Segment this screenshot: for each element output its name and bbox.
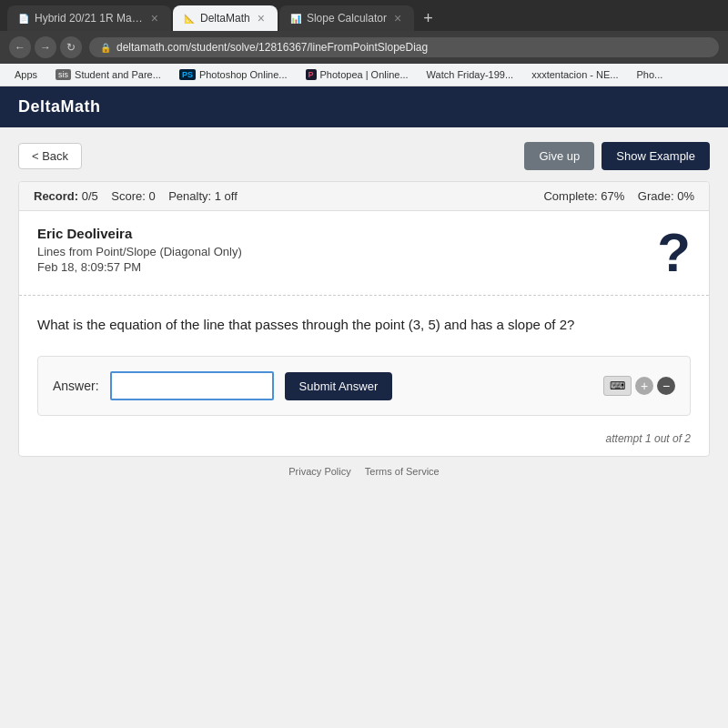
attempt-text: attempt 1 out of 2: [606, 432, 691, 445]
grade-label: Grade:: [638, 189, 674, 203]
tab-slope-close[interactable]: ×: [392, 11, 403, 25]
bookmark-watch[interactable]: Watch Friday-199...: [420, 67, 521, 82]
problem-header: Eric Deoliveira Lines from Point/Slope (…: [19, 211, 709, 296]
nav-buttons: ← → ↻: [9, 36, 82, 58]
bookmark-xxx-label: xxxtentacion - NE...: [531, 69, 618, 80]
problem-date: Feb 18, 8:09:57 PM: [37, 260, 242, 274]
show-example-button[interactable]: Show Example: [602, 142, 710, 170]
bookmark-pho[interactable]: Pho...: [630, 67, 671, 82]
back-nav-button[interactable]: ←: [9, 36, 31, 58]
bookmark-photopea[interactable]: P Photopea | Online...: [298, 67, 416, 82]
question-content: What is the equation of the line that pa…: [37, 317, 574, 332]
page-content: DeltaMath < Back Give up Show Example Re…: [0, 86, 728, 728]
tab-deltamath-favicon: 📐: [184, 14, 195, 24]
refresh-button[interactable]: ↻: [60, 36, 82, 58]
question-mark-icon: ?: [657, 226, 691, 280]
browser-chrome: 📄 Hybrid 20/21 1R Math 8 × 📐 DeltaMath ×…: [0, 0, 728, 86]
penalty-value: 1 off: [215, 189, 238, 203]
score-value: 0: [148, 189, 155, 203]
tab-slope-calc[interactable]: 📊 Slope Calculator ×: [279, 5, 414, 31]
tab-slope-title: Slope Calculator: [307, 12, 387, 25]
bookmarks-bar: Apps sis Student and Pare... PS Photosho…: [0, 64, 728, 86]
bookmark-photopea-badge: P: [306, 69, 317, 80]
complete-label: Complete:: [543, 189, 597, 203]
tab-hybrid-close[interactable]: ×: [149, 11, 160, 25]
record-value: 0/5: [82, 189, 98, 203]
forward-nav-button[interactable]: →: [35, 36, 56, 58]
record-right: Complete: 67% Grade: 0%: [543, 189, 694, 203]
main-content: < Back Give up Show Example Record: 0/5 …: [0, 127, 728, 728]
zoom-in-button[interactable]: +: [635, 377, 653, 395]
record-left: Record: 0/5 Score: 0 Penalty: 1 off: [34, 189, 238, 203]
problem-type: Lines from Point/Slope (Diagonal Only): [37, 245, 242, 258]
score-label: Score:: [111, 189, 146, 203]
deltamath-title: DeltaMath: [18, 97, 101, 116]
privacy-policy-link[interactable]: Privacy Policy: [288, 466, 350, 477]
bookmark-ps-badge: PS: [179, 69, 196, 80]
deltamath-header: DeltaMath: [0, 86, 728, 127]
url-bar[interactable]: 🔒 deltamath.com/student/solve/12816367/l…: [89, 37, 719, 57]
tab-deltamath-close[interactable]: ×: [256, 11, 267, 25]
new-tab-button[interactable]: +: [416, 9, 440, 28]
page-footer: Privacy Policy Terms of Service: [18, 457, 710, 486]
question-area: What is the equation of the line that pa…: [19, 296, 709, 345]
terms-of-service-link[interactable]: Terms of Service: [365, 466, 440, 477]
attempt-info: attempt 1 out of 2: [19, 427, 709, 456]
bookmark-sis-badge: sis: [56, 69, 71, 80]
tab-hybrid[interactable]: 📄 Hybrid 20/21 1R Math 8 ×: [7, 5, 171, 31]
student-name: Eric Deoliveira: [37, 226, 242, 241]
bookmark-student-label: Student and Pare...: [75, 69, 161, 80]
lock-icon: 🔒: [100, 43, 111, 53]
top-controls: < Back Give up Show Example: [18, 142, 710, 170]
complete-value: 67%: [601, 189, 624, 203]
record-info: Record: 0/5 Score: 0 Penalty: 1 off: [34, 189, 238, 203]
bookmark-photopea-label: Photopea | Online...: [320, 69, 409, 80]
tab-hybrid-title: Hybrid 20/21 1R Math 8: [35, 12, 144, 25]
keyboard-tools: ⌨ + −: [603, 376, 675, 396]
answer-row: Answer: Submit Answer ⌨ + −: [53, 371, 675, 400]
answer-area: Answer: Submit Answer ⌨ + −: [37, 356, 691, 416]
bookmark-pho-label: Pho...: [637, 69, 663, 80]
bookmark-xxx[interactable]: xxxtentacion - NE...: [524, 67, 625, 82]
bookmark-apps-label: Apps: [15, 69, 37, 80]
submit-answer-button[interactable]: Submit Answer: [285, 372, 393, 400]
penalty-label: Penalty:: [168, 189, 211, 203]
bookmark-student[interactable]: sis Student and Pare...: [48, 67, 168, 82]
tab-hybrid-favicon: 📄: [18, 14, 29, 24]
record-bar: Record: 0/5 Score: 0 Penalty: 1 off Comp…: [19, 182, 709, 211]
record-label: Record:: [34, 189, 78, 203]
complete-info: Complete: 67% Grade: 0%: [543, 189, 694, 203]
url-text: deltamath.com/student/solve/12816367/lin…: [116, 41, 428, 54]
bookmark-photoshop-label: Photoshop Online...: [199, 69, 288, 80]
answer-input[interactable]: [110, 371, 274, 400]
bookmark-apps[interactable]: Apps: [7, 67, 45, 82]
student-info: Eric Deoliveira Lines from Point/Slope (…: [37, 226, 242, 274]
tab-bar: 📄 Hybrid 20/21 1R Math 8 × 📐 DeltaMath ×…: [0, 0, 728, 31]
tab-deltamath-title: DeltaMath: [200, 12, 250, 25]
address-bar: ← → ↻ 🔒 deltamath.com/student/solve/1281…: [0, 31, 728, 64]
bookmark-watch-label: Watch Friday-199...: [427, 69, 514, 80]
back-button[interactable]: < Back: [18, 143, 82, 169]
give-up-button[interactable]: Give up: [524, 142, 594, 170]
problem-card: Record: 0/5 Score: 0 Penalty: 1 off Comp…: [18, 181, 710, 457]
action-buttons: Give up Show Example: [524, 142, 710, 170]
grade-value: 0%: [677, 189, 694, 203]
answer-label: Answer:: [53, 379, 99, 393]
question-text: What is the equation of the line that pa…: [37, 314, 691, 336]
tab-deltamath[interactable]: 📐 DeltaMath ×: [173, 5, 278, 31]
keyboard-icon[interactable]: ⌨: [603, 376, 632, 396]
tab-slope-favicon: 📊: [290, 14, 301, 24]
zoom-out-button[interactable]: −: [657, 377, 675, 395]
bookmark-photoshop[interactable]: PS Photoshop Online...: [172, 67, 295, 82]
